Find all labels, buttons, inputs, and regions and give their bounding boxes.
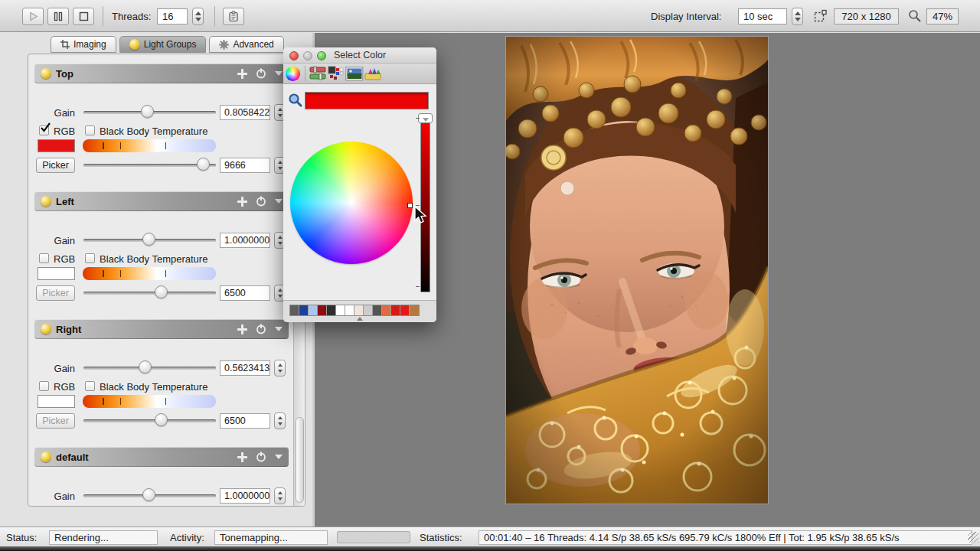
gain-slider[interactable] [83,488,216,502]
palettes-mode-button[interactable] [327,66,345,82]
play-button[interactable] [22,8,44,25]
picker-button[interactable]: Picker [36,158,75,173]
swatch[interactable] [354,305,364,315]
loupe-button[interactable] [288,93,302,107]
gain-slider[interactable] [83,105,216,119]
brightness-slider[interactable] [420,115,430,292]
slider-thumb[interactable] [155,285,168,298]
swatch[interactable] [327,305,336,315]
rgb-checkbox[interactable] [39,381,49,391]
pause-button[interactable] [47,8,69,25]
picker-value-field[interactable]: 6500 [220,413,270,429]
gain-value-field[interactable]: 0.8058422 [220,105,270,120]
gain-slider[interactable] [83,360,216,374]
threads-stepper[interactable] [192,8,204,25]
swatch[interactable] [400,305,410,315]
slider-thumb[interactable] [155,413,168,426]
collapse-chevron-icon[interactable] [275,199,283,204]
power-toggle-icon[interactable] [256,196,266,207]
scrollbar-thumb[interactable] [296,417,304,503]
slider-thumb[interactable] [142,233,155,246]
gain-value-field[interactable]: 1.0000000 [220,233,270,248]
color-wheel-mode-button[interactable] [283,66,302,82]
add-group-icon[interactable] [237,452,247,462]
picker-slider[interactable] [83,413,216,427]
picker-button[interactable]: Picker [36,285,75,301]
picker-button[interactable]: Picker [36,413,75,429]
picker-stepper[interactable] [274,412,286,429]
gain-stepper[interactable] [274,487,286,504]
bbt-checkbox[interactable] [85,381,95,391]
gain-value-field[interactable]: 1.0000000 [220,488,270,504]
blackbody-gradient-strip[interactable] [83,139,216,152]
slider-thumb[interactable] [141,105,154,118]
add-group-icon[interactable] [237,324,247,334]
group-header[interactable]: Right [34,319,289,339]
tab-imaging[interactable]: Imaging [51,36,116,53]
tab-advanced[interactable]: Advanced [209,36,283,53]
resize-render-button[interactable] [814,9,828,23]
tab-light-groups[interactable]: Light Groups [119,36,207,53]
drawer-resize-handle[interactable] [357,317,363,321]
slider-thumb[interactable] [142,488,155,501]
picker-slider[interactable] [83,158,216,171]
zoom-level-field[interactable]: 47% [926,8,959,24]
bbt-checkbox[interactable] [85,253,95,263]
swatch[interactable] [410,305,419,315]
power-toggle-icon[interactable] [256,68,266,79]
power-toggle-icon[interactable] [256,324,266,334]
bbt-checkbox[interactable] [85,126,95,135]
sliders-mode-button[interactable] [309,66,327,82]
wheel-selection-marker[interactable] [407,203,413,208]
slider-thumb[interactable] [197,158,210,171]
brightness-slider-thumb[interactable] [418,113,433,123]
slider-thumb[interactable] [139,360,152,373]
hue-saturation-wheel[interactable] [290,142,413,264]
close-icon[interactable] [289,51,299,60]
slider-track[interactable] [83,292,216,295]
collapse-chevron-icon[interactable] [275,71,283,76]
gain-slider[interactable] [83,233,216,246]
rgb-checkbox[interactable] [39,253,49,263]
minimize-icon[interactable] [303,51,312,60]
picker-value-field[interactable]: 6500 [220,285,270,301]
swatch[interactable] [373,305,382,315]
zoom-tool-button[interactable] [908,9,922,23]
collapse-chevron-icon[interactable] [275,455,283,459]
swatch[interactable] [382,305,391,315]
swatch[interactable] [336,305,345,315]
group-color-swatch[interactable] [38,139,75,152]
copy-button[interactable] [223,8,244,25]
blackbody-gradient-strip[interactable] [83,395,216,408]
gain-stepper[interactable] [274,360,286,377]
slider-track[interactable] [83,419,216,422]
stop-button[interactable] [73,8,94,25]
blackbody-gradient-strip[interactable] [83,267,216,280]
group-header[interactable]: default [34,447,289,467]
zoom-window-icon[interactable] [317,51,326,60]
crayons-mode-button[interactable] [364,66,382,82]
display-interval-input[interactable]: 10 sec [738,8,787,24]
rgb-checkbox[interactable] [39,126,49,135]
swatch[interactable] [309,305,318,315]
power-toggle-icon[interactable] [256,452,266,462]
swatch[interactable] [364,305,373,315]
picker-slider[interactable] [83,285,216,299]
display-interval-stepper[interactable] [792,8,803,25]
picker-value-field[interactable]: 9666 [220,158,270,173]
window-resize-grip[interactable] [968,532,978,543]
swatch[interactable] [391,305,400,315]
dialog-titlebar[interactable]: Select Color [283,47,436,64]
threads-input[interactable]: 16 [157,8,188,24]
resolution-field[interactable]: 551 x 980 [834,8,899,24]
collapse-chevron-icon[interactable] [275,327,283,331]
swatch[interactable] [345,305,354,315]
group-color-swatch[interactable] [38,395,75,408]
swatch[interactable] [318,305,327,315]
group-header[interactable]: Left [34,191,289,211]
group-color-swatch[interactable] [38,267,75,280]
group-header[interactable]: Top [34,64,289,83]
gain-value-field[interactable]: 0.5623413 [220,360,270,376]
add-group-icon[interactable] [237,69,247,79]
add-group-icon[interactable] [237,197,247,207]
